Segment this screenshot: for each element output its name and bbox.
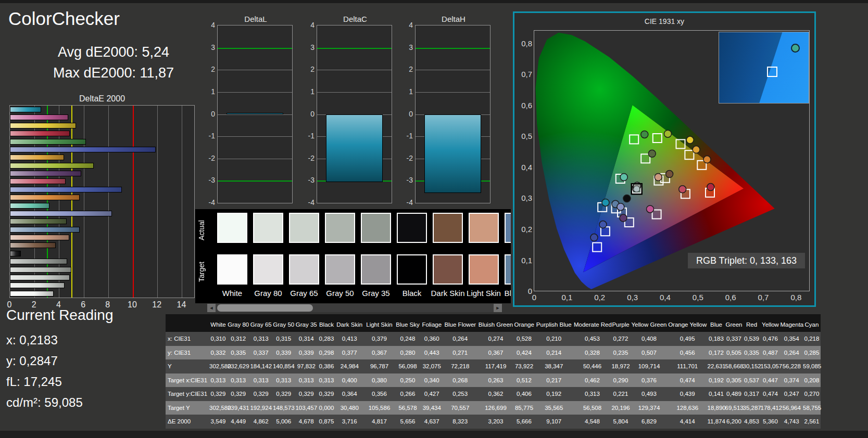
upper-tolerance-line xyxy=(416,48,490,49)
table-header-row: WhiteGray 80Gray 65Gray 50Gray 35BlackDa… xyxy=(166,314,821,332)
table-cell: 0,474 xyxy=(761,387,781,401)
table-cell: 0,266 xyxy=(395,387,421,401)
measured-marker-bluish-green xyxy=(620,174,627,181)
target-swatch-gray-50[interactable] xyxy=(325,254,355,285)
table-cell: 0,456 xyxy=(668,346,708,360)
table-col-header: Black xyxy=(318,314,335,332)
deltae-bar-chart[interactable] xyxy=(9,105,195,298)
swatch-scrollbar[interactable]: ◄ ► xyxy=(207,304,502,312)
table-cell: 0,875 xyxy=(318,415,335,429)
actual-swatch-gray-65[interactable] xyxy=(289,213,319,243)
table-cell: 178,412 xyxy=(761,401,781,415)
table-col-header: Cyan xyxy=(803,314,821,332)
target-swatch-gray-35[interactable] xyxy=(361,254,391,285)
delta-y-tick: 1 xyxy=(305,87,315,96)
table-cell: 0,305 xyxy=(725,373,743,388)
table-row: Target x:CIE310,3130,3130,3130,3130,3130… xyxy=(166,373,821,388)
actual-swatch-blue-sky[interactable] xyxy=(505,213,511,243)
summary-stats: Avg dE2000: 5,24 Max dE2000: 11,87 xyxy=(0,42,227,83)
table-col-header: Blue xyxy=(708,314,725,332)
scroll-right-button[interactable]: ► xyxy=(494,304,502,312)
table-cell: 0,424 xyxy=(514,346,534,360)
deltal-chart[interactable]: DeltaL43210-1-2-3-4 xyxy=(206,11,294,207)
table-cell: 56,508 xyxy=(574,401,611,415)
table-cell: 0,253 xyxy=(443,387,477,401)
target-swatch-white[interactable] xyxy=(217,254,247,285)
table-cell: 5,666 xyxy=(514,415,534,429)
table-cell: 0,474 xyxy=(668,373,708,388)
deltae-gridline xyxy=(108,106,109,298)
table-cell: 0,337 xyxy=(250,346,273,360)
cie-x-tick: 0 xyxy=(532,293,536,302)
actual-swatch-black[interactable] xyxy=(397,213,427,243)
table-cell: 0,310 xyxy=(209,332,227,346)
cie-diagram-panel[interactable]: CIE 1931 xy xyxy=(513,11,816,307)
table-cell: 39,434 xyxy=(421,401,444,415)
delta-y-tick: 4 xyxy=(206,21,215,29)
table-row: Target Y302,580239,431192,924148,573103,… xyxy=(166,401,821,415)
target-swatch-dark-skin[interactable] xyxy=(433,254,463,285)
table-cell: 0,218 xyxy=(803,332,821,346)
deltah-chart[interactable]: DeltaH43210-1-2-3-4 xyxy=(404,11,492,207)
cie-y-tick: 0,6 xyxy=(521,100,532,109)
table-cell: 0,528 xyxy=(514,332,534,346)
target-swatch-black[interactable] xyxy=(397,254,427,285)
cie-x-tick: 0,8 xyxy=(790,293,801,302)
actual-swatch-gray-35[interactable] xyxy=(361,213,391,243)
delta-y-tick: -3 xyxy=(206,176,215,184)
actual-swatch-gray-80[interactable] xyxy=(253,213,283,243)
table-cell: 30,480 xyxy=(335,401,364,415)
cie-plot-area[interactable]: 000,10,10,20,20,30,30,40,40,50,50,60,60,… xyxy=(534,30,810,291)
table-cell: 6,829 xyxy=(631,415,668,429)
table-cell: 0,313 xyxy=(250,373,273,388)
table-cell: 97,832 xyxy=(295,359,318,373)
actual-swatch-light-skin[interactable] xyxy=(469,213,499,243)
deltac-chart[interactable]: DeltaC43210-1-2-3-4 xyxy=(305,11,394,207)
table-cell: 0,264 xyxy=(781,346,803,360)
table-cell: 192,924 xyxy=(250,401,273,415)
cie-x-tick: 0,5 xyxy=(693,293,703,302)
delta-y-tick: 2 xyxy=(305,65,315,73)
target-swatch-gray-65[interactable] xyxy=(289,254,319,285)
table-cell: 4,414 xyxy=(668,415,708,429)
table-row: Target y:CIE310,3290,3290,3290,3290,3290… xyxy=(166,387,821,401)
table-cell: 4,637 xyxy=(421,415,444,429)
current-reading-title: Current Reading xyxy=(6,305,113,326)
table-cell: 0,313 xyxy=(227,373,250,388)
deltah-plot xyxy=(415,25,490,203)
measured-marker-blue-flower xyxy=(617,203,624,211)
scrollbar-thumb[interactable] xyxy=(217,304,313,312)
deltae-bar xyxy=(10,187,122,192)
table-cell: 58,755 xyxy=(803,401,821,415)
deltae-reference-line xyxy=(133,106,134,298)
table-cell: 0,364 xyxy=(335,387,364,401)
measured-marker-orange-yellow xyxy=(693,146,700,153)
actual-swatch-dark-skin[interactable] xyxy=(433,213,463,243)
table-col-header: Magenta xyxy=(781,314,803,332)
actual-swatch-white[interactable] xyxy=(217,213,247,243)
actual-swatch-gray-50[interactable] xyxy=(325,213,355,243)
table-cell: 5,656 xyxy=(395,415,421,429)
swatch-panel[interactable]: Actual TargetWhiteGray 80Gray 65Gray 50G… xyxy=(195,209,511,303)
delta-y-tick: -4 xyxy=(305,198,315,207)
inset-measured-marker xyxy=(791,44,800,53)
table-row: y: CIE310,3320,3350,3370,3390,3390,2980,… xyxy=(166,346,821,360)
delta-y-tick: 2 xyxy=(206,65,215,73)
table-col-header: Dark Skin xyxy=(335,314,364,332)
table-row-label: Target x:CIE31 xyxy=(166,373,209,388)
table-col-header: Green xyxy=(725,314,743,332)
measured-marker-cyan xyxy=(602,199,609,206)
target-swatch-gray-80[interactable] xyxy=(253,254,283,285)
delta-y-tick: 4 xyxy=(305,21,315,29)
table-cell: 0,379 xyxy=(364,332,395,346)
table-cell: 0,298 xyxy=(318,346,335,360)
deltae-bar xyxy=(10,178,66,184)
cie-y-tick: 0,8 xyxy=(521,38,532,47)
target-swatch-light-skin[interactable] xyxy=(469,254,499,285)
scroll-left-button[interactable]: ◄ xyxy=(207,304,216,312)
table-cell: 0,332 xyxy=(209,346,227,360)
target-swatch-blue-sky[interactable] xyxy=(505,254,511,285)
table-cell: 128,636 xyxy=(668,401,708,415)
table-cell: 0,335 xyxy=(743,346,761,360)
reading-cdm2: cd/m²: 59,085 xyxy=(6,392,113,413)
